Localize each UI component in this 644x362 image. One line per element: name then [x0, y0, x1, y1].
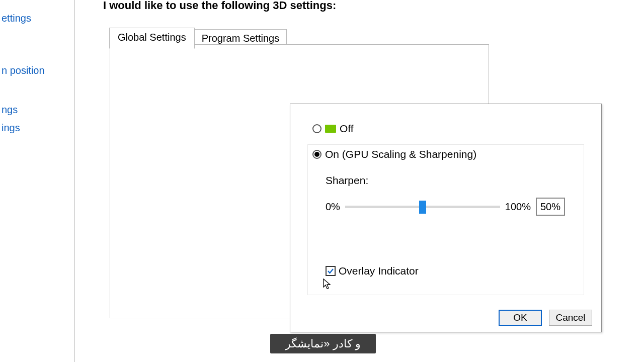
image-scaling-popup: Off On (GPU Scaling & Sharpening) Sharpe… [290, 104, 602, 332]
radio-label: On (GPU Scaling & Sharpening) [325, 148, 476, 160]
radio-button[interactable] [312, 124, 321, 133]
checkmark-icon [327, 267, 334, 275]
sidebar-link[interactable]: ngs [0, 101, 70, 119]
overlay-indicator-option[interactable]: Overlay Indicator [326, 265, 419, 277]
vertical-separator [74, 0, 75, 362]
slider-max-label: 100% [505, 201, 531, 213]
sharpen-label: Sharpen: [326, 174, 368, 187]
radio-option-off[interactable]: Off [312, 123, 354, 135]
nvidia-icon [325, 125, 336, 133]
sidebar-link[interactable]: n position [0, 61, 70, 79]
slider-min-label: 0% [326, 201, 340, 213]
slider-value-box[interactable]: 50% [536, 198, 565, 216]
sharpen-slider: 0% 100% 50% [326, 198, 565, 216]
radio-label: Off [340, 123, 354, 135]
sidebar-nav: ettings n position ngs ings [0, 0, 70, 137]
cancel-button[interactable]: Cancel [549, 310, 592, 326]
radio-option-on[interactable]: On (GPU Scaling & Sharpening) [312, 148, 476, 160]
dialog-buttons: OK Cancel [499, 310, 592, 326]
sidebar-link[interactable]: ettings [0, 9, 70, 27]
caption-overlay: و کادر «نمایشگر [270, 334, 376, 353]
slider-thumb[interactable] [419, 201, 426, 214]
ok-button[interactable]: OK [499, 310, 542, 326]
checkbox-label: Overlay Indicator [339, 265, 419, 277]
radio-button[interactable] [312, 150, 321, 159]
checkbox[interactable] [326, 266, 336, 276]
page-heading: I would like to use the following 3D set… [103, 0, 336, 12]
tab-global-settings[interactable]: Global Settings [109, 28, 195, 49]
sidebar-link[interactable]: ings [0, 119, 70, 137]
slider-track[interactable] [345, 206, 500, 208]
